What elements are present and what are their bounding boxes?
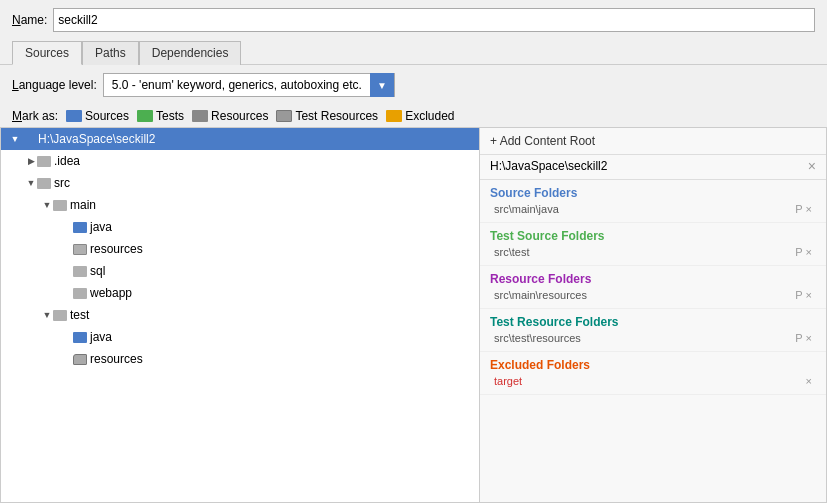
resource-folders-path: src\main\resources [494,289,587,301]
mark-badge-sources[interactable]: Sources [66,109,129,123]
name-label: Name: [12,13,47,27]
mark-as-label: Mark as: [12,109,58,123]
resource-folders-remove-btn[interactable]: × [806,289,812,301]
test-resource-folders-path: src\test\resources [494,332,581,344]
tree-panel: ▼ H:\JavaSpace\seckill2 ▶ .idea ▼ src [0,127,480,503]
source-folders-path-row: src\main\java P × [490,202,816,216]
sql-label: sql [90,264,105,278]
webapp-label: webapp [90,286,132,300]
test-source-folders-remove-btn[interactable]: × [806,246,812,258]
test-source-folders-section: Test Source Folders src\test P × [480,223,826,266]
idea-folder-icon [37,156,51,167]
test-resource-folders-title: Test Resource Folders [490,315,816,329]
resources-folder-icon [192,110,208,122]
source-folders-edit-btn[interactable]: P [795,203,802,215]
root-expand-arrow[interactable]: ▼ [9,134,21,144]
source-folders-actions: P × [795,203,812,215]
src-expand-arrow[interactable]: ▼ [25,178,37,188]
mark-badge-excluded-label: Excluded [405,109,454,123]
test-resource-folders-remove-btn[interactable]: × [806,332,812,344]
test-expand-arrow[interactable]: ▼ [41,310,53,320]
webapp-folder-icon [73,288,87,299]
resources-test-folder-icon [73,354,87,365]
resources-main-folder-icon [73,244,87,255]
excluded-folder-icon [386,110,402,122]
tree-item-test[interactable]: ▼ test [1,304,479,326]
test-resources-folder-icon [276,110,292,122]
mark-badge-excluded[interactable]: Excluded [386,109,454,123]
main-label: main [70,198,96,212]
test-resource-folders-actions: P × [795,332,812,344]
mark-badge-test-resources[interactable]: Test Resources [276,109,378,123]
root-label: H:\JavaSpace\seckill2 [38,132,155,146]
sources-folder-icon [66,110,82,122]
root-path-row: H:\JavaSpace\seckill2 × [480,155,826,180]
test-resource-folders-path-row: src\test\resources P × [490,331,816,345]
main-folder-icon [53,200,67,211]
excluded-folders-remove-btn[interactable]: × [806,375,812,387]
dialog-container: Name: Sources Paths Dependencies Languag… [0,0,827,503]
source-folders-remove-btn[interactable]: × [806,203,812,215]
language-select-text: 5.0 - 'enum' keyword, generics, autoboxi… [104,76,370,94]
resources-test-label: resources [90,352,143,366]
resources-main-label: resources [90,242,143,256]
tree-item-webapp[interactable]: webapp [1,282,479,304]
idea-label: .idea [54,154,80,168]
tree-item-java-test[interactable]: java [1,326,479,348]
excluded-folders-path-row: target × [490,374,816,388]
mark-badge-tests[interactable]: Tests [137,109,184,123]
test-label: test [70,308,89,322]
java-main-label: java [90,220,112,234]
java-test-label: java [90,330,112,344]
sql-folder-icon [73,266,87,277]
main-split: ▼ H:\JavaSpace\seckill2 ▶ .idea ▼ src [0,127,827,503]
tree-root[interactable]: ▼ H:\JavaSpace\seckill2 [1,128,479,150]
add-content-root-btn[interactable]: + Add Content Root [480,128,826,155]
add-content-root-label: + Add Content Root [490,134,595,148]
resource-folders-actions: P × [795,289,812,301]
content-area: Language level: 5.0 - 'enum' keyword, ge… [0,65,827,503]
mark-badge-resources[interactable]: Resources [192,109,268,123]
tab-dependencies[interactable]: Dependencies [139,41,242,65]
test-source-folders-actions: P × [795,246,812,258]
excluded-folders-actions: × [806,375,812,387]
language-select-dropdown-btn[interactable]: ▼ [370,73,394,97]
resource-folders-edit-btn[interactable]: P [795,289,802,301]
test-resource-folders-edit-btn[interactable]: P [795,332,802,344]
excluded-folders-section: Excluded Folders target × [480,352,826,395]
test-resource-folders-section: Test Resource Folders src\test\resources… [480,309,826,352]
name-input[interactable] [53,8,815,32]
resource-folders-title: Resource Folders [490,272,816,286]
tabs-bar: Sources Paths Dependencies [0,40,827,65]
language-select-container[interactable]: 5.0 - 'enum' keyword, generics, autoboxi… [103,73,395,97]
root-path-text: H:\JavaSpace\seckill2 [490,159,607,173]
tree-item-src[interactable]: ▼ src [1,172,479,194]
idea-expand-arrow[interactable]: ▶ [25,156,37,166]
resource-folders-path-row: src\main\resources P × [490,288,816,302]
test-source-folders-path: src\test [494,246,529,258]
mark-badge-sources-label: Sources [85,109,129,123]
tree-item-java-main[interactable]: java [1,216,479,238]
source-folders-path: src\main\java [494,203,559,215]
language-label: Language level: [12,78,97,92]
test-source-folders-edit-btn[interactable]: P [795,246,802,258]
excluded-folders-title: Excluded Folders [490,358,816,372]
main-expand-arrow[interactable]: ▼ [41,200,53,210]
tree-item-resources-main[interactable]: resources [1,238,479,260]
tree-item-sql[interactable]: sql [1,260,479,282]
resource-folders-section: Resource Folders src\main\resources P × [480,266,826,309]
right-panel: + Add Content Root H:\JavaSpace\seckill2… [480,127,827,503]
root-folder-icon [21,134,35,145]
source-folders-title: Source Folders [490,186,816,200]
mark-badge-test-resources-label: Test Resources [295,109,378,123]
excluded-folders-path: target [494,375,522,387]
tree-item-idea[interactable]: ▶ .idea [1,150,479,172]
tab-sources[interactable]: Sources [12,41,82,65]
tree-item-main[interactable]: ▼ main [1,194,479,216]
mark-as-row: Mark as: Sources Tests Resources Test Re… [0,105,827,127]
tab-paths[interactable]: Paths [82,41,139,65]
root-close-btn[interactable]: × [808,159,816,173]
mark-badge-resources-label: Resources [211,109,268,123]
src-folder-icon [37,178,51,189]
tree-item-resources-test[interactable]: resources [1,348,479,370]
